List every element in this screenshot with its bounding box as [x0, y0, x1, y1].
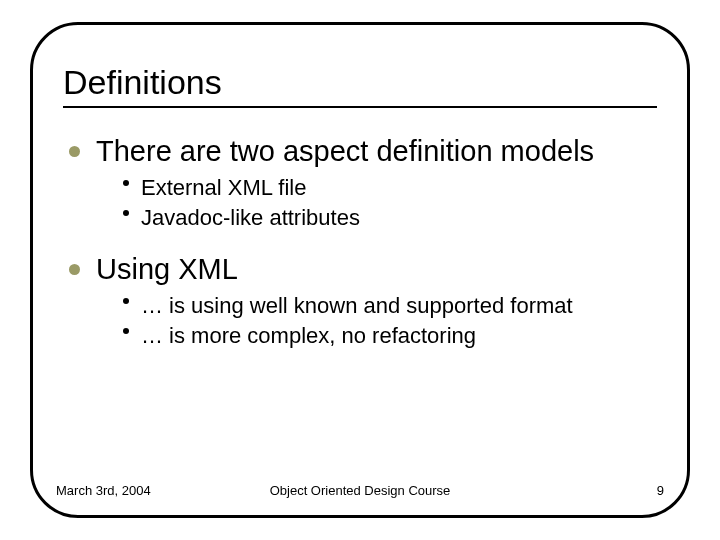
- footer-page-number: 9: [657, 483, 664, 498]
- slide-title: Definitions: [63, 63, 657, 108]
- bullet-icon: [69, 146, 80, 157]
- list-item: Using XML: [69, 250, 657, 288]
- bullet-icon: [123, 180, 129, 186]
- bullet-icon: [123, 210, 129, 216]
- sublist-item-text: … is more complex, no refactoring: [141, 322, 476, 350]
- list-item-text: There are two aspect definition models: [96, 132, 594, 170]
- sublist: External XML file Javadoc-like attribute…: [123, 174, 657, 232]
- sublist-item: Javadoc-like attributes: [123, 204, 657, 232]
- sublist-item-text: Javadoc-like attributes: [141, 204, 360, 232]
- bullet-icon: [69, 264, 80, 275]
- sublist-item: … is using well known and supported form…: [123, 292, 657, 320]
- list-item-text: Using XML: [96, 250, 238, 288]
- slide: Definitions There are two aspect definit…: [0, 0, 720, 540]
- footer-date: March 3rd, 2004: [56, 483, 151, 498]
- bullet-icon: [123, 328, 129, 334]
- slide-frame: Definitions There are two aspect definit…: [30, 22, 690, 518]
- list-item: There are two aspect definition models: [69, 132, 657, 170]
- sublist: … is using well known and supported form…: [123, 292, 657, 350]
- slide-footer: March 3rd, 2004 Object Oriented Design C…: [56, 483, 664, 498]
- sublist-item-text: … is using well known and supported form…: [141, 292, 573, 320]
- bullet-icon: [123, 298, 129, 304]
- sublist-item-text: External XML file: [141, 174, 306, 202]
- sublist-item: … is more complex, no refactoring: [123, 322, 657, 350]
- sublist-item: External XML file: [123, 174, 657, 202]
- slide-body: There are two aspect definition models E…: [63, 132, 657, 350]
